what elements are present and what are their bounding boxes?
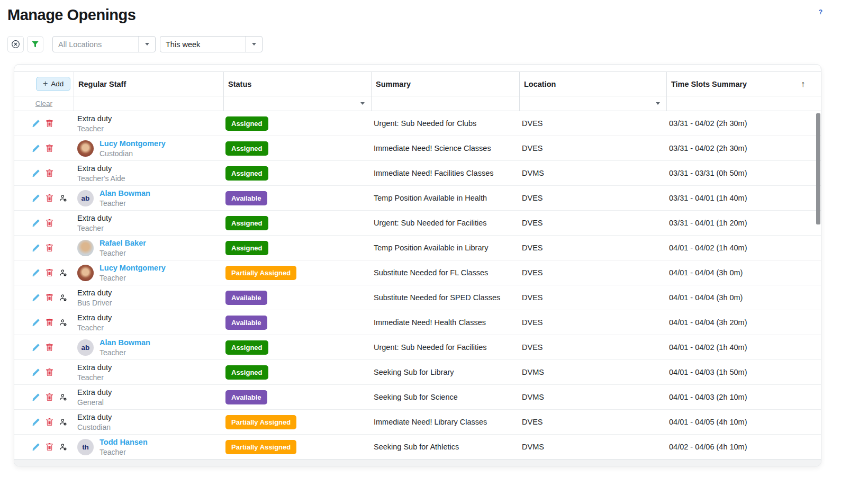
edit-icon[interactable]: [32, 169, 40, 177]
delete-icon[interactable]: [46, 319, 53, 327]
location-cell: DVES: [519, 194, 666, 202]
table-row: Extra duty Custodian Partially Assigned …: [14, 410, 821, 435]
row-actions: [14, 145, 74, 152]
status-cell: Assigned: [223, 141, 371, 156]
column-header-regular-staff[interactable]: Regular Staff: [74, 72, 223, 96]
delete-icon[interactable]: [46, 368, 53, 376]
delete-icon[interactable]: [46, 443, 53, 451]
edit-icon[interactable]: [32, 294, 40, 302]
staff-role: Teacher: [100, 273, 166, 283]
filter-regular-staff-input[interactable]: [74, 96, 223, 111]
status-cell: Available: [223, 191, 371, 205]
delete-icon[interactable]: [46, 294, 53, 302]
edit-icon[interactable]: [32, 443, 40, 451]
edit-icon[interactable]: [32, 219, 40, 227]
filter-summary-input[interactable]: [371, 96, 519, 111]
staff-role: Teacher: [100, 447, 148, 457]
staff-role: Custodian: [100, 149, 166, 158]
staff-name[interactable]: Alan Bowman: [100, 338, 150, 348]
staff-name[interactable]: Alan Bowman: [100, 188, 150, 199]
staff-role: Teacher's Aide: [77, 174, 125, 183]
staff-cell: Extra duty Teacher: [74, 313, 223, 332]
filter-button[interactable]: [27, 36, 43, 52]
assign-substitute-icon[interactable]: [59, 269, 67, 277]
column-header-status[interactable]: Status: [223, 72, 371, 96]
edit-icon[interactable]: [32, 344, 40, 352]
staff-cell: Extra duty Teacher: [74, 213, 223, 233]
summary-cell: Urgent: Sub Needed for Facilities: [371, 343, 519, 352]
status-badge: Assigned: [225, 216, 268, 230]
assign-substitute-icon[interactable]: [59, 294, 67, 302]
assign-substitute-icon[interactable]: [59, 319, 67, 327]
status-badge: Assigned: [225, 365, 268, 380]
edit-icon[interactable]: [32, 368, 40, 376]
assign-substitute-icon[interactable]: [59, 443, 67, 451]
clear-filters-link[interactable]: Clear: [35, 100, 52, 107]
staff-role: Teacher: [77, 323, 112, 332]
edit-icon[interactable]: [32, 244, 40, 252]
clear-filters-button[interactable]: [7, 36, 24, 52]
edit-icon[interactable]: [32, 393, 40, 401]
filter-status-dropdown[interactable]: [223, 96, 371, 111]
row-actions: [14, 319, 74, 327]
location-select[interactable]: All Locations: [52, 36, 156, 52]
vertical-scrollbar-thumb[interactable]: [816, 113, 820, 224]
status-cell: Assigned: [223, 216, 371, 230]
time-slots-cell: 04/01 - 04/02 (1h 40m): [666, 244, 821, 252]
delete-icon[interactable]: [46, 393, 53, 401]
table-row: Extra duty Teacher Available Immediate N…: [14, 310, 821, 335]
table-row: Extra duty Teacher Assigned Seeking Sub …: [14, 360, 821, 385]
status-badge: Available: [225, 191, 267, 205]
row-actions: [14, 244, 74, 252]
delete-icon[interactable]: [46, 194, 53, 202]
delete-icon[interactable]: [46, 269, 53, 277]
add-button[interactable]: + Add: [36, 77, 70, 91]
edit-icon[interactable]: [32, 194, 40, 202]
staff-cell: Extra duty Teacher's Aide: [74, 164, 223, 183]
delete-icon[interactable]: [46, 418, 53, 426]
staff-role: Teacher: [77, 373, 112, 382]
table-row: Lucy Montgomery Teacher Partially Assign…: [14, 260, 821, 285]
assign-substitute-icon[interactable]: [59, 194, 67, 202]
avatar: ab: [77, 190, 94, 206]
status-cell: Available: [223, 291, 371, 305]
delete-icon[interactable]: [46, 120, 53, 128]
delete-icon[interactable]: [46, 344, 53, 352]
column-header-summary[interactable]: Summary: [371, 72, 519, 96]
row-actions: [14, 219, 74, 227]
table-row: Rafael Baker Teacher Assigned Temp Posit…: [14, 236, 821, 260]
edit-icon[interactable]: [32, 120, 40, 128]
edit-icon[interactable]: [32, 269, 40, 277]
x-circle-icon: [11, 40, 20, 49]
staff-name[interactable]: Rafael Baker: [100, 238, 146, 248]
help-icon[interactable]: ?: [819, 8, 822, 16]
chevron-down-icon: [138, 37, 155, 52]
edit-icon[interactable]: [32, 145, 40, 152]
filter-location-dropdown[interactable]: [519, 96, 666, 111]
table-row: th Todd Hansen Teacher Partially Assigne…: [14, 435, 821, 460]
column-header-location[interactable]: Location: [519, 72, 666, 96]
assign-substitute-icon[interactable]: [59, 418, 67, 426]
staff-name: Extra duty: [77, 213, 112, 223]
delete-icon[interactable]: [46, 145, 53, 152]
week-select[interactable]: This week: [160, 36, 263, 52]
column-header-time-slots[interactable]: Time Slots Summary ↑: [666, 72, 821, 96]
staff-role: Teacher: [77, 124, 112, 133]
table-row: Extra duty General Available Seeking Sub…: [14, 385, 821, 410]
delete-icon[interactable]: [46, 169, 53, 177]
delete-icon[interactable]: [46, 244, 53, 252]
staff-name[interactable]: Todd Hansen: [100, 437, 148, 447]
edit-icon[interactable]: [32, 319, 40, 327]
row-actions: [14, 269, 74, 277]
staff-name[interactable]: Lucy Montgomery: [100, 263, 166, 273]
table-row: Extra duty Bus Driver Available Substitu…: [14, 285, 821, 310]
staff-cell: Lucy Montgomery Custodian: [74, 139, 223, 158]
assign-substitute-icon[interactable]: [59, 393, 67, 401]
staff-cell: Extra duty Custodian: [74, 412, 223, 432]
status-badge: Available: [225, 316, 267, 330]
delete-icon[interactable]: [46, 219, 53, 227]
staff-name[interactable]: Lucy Montgomery: [100, 139, 166, 149]
edit-icon[interactable]: [32, 418, 40, 426]
summary-cell: Temp Position Available in Library: [371, 244, 519, 252]
time-slots-cell: 04/01 - 04/04 (3h 20m): [666, 318, 821, 327]
